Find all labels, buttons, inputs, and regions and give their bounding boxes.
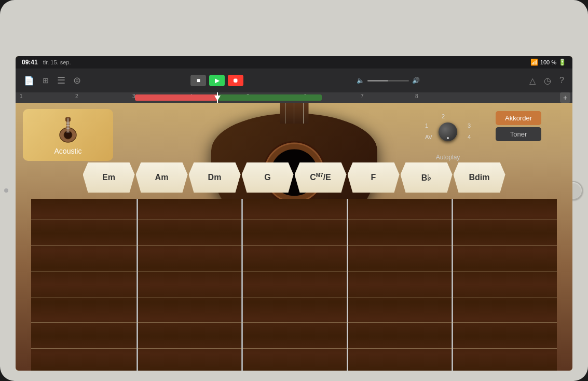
string-1 <box>31 220 557 220</box>
autoplay-pos2-label: 2 <box>442 113 445 119</box>
ruler-playhead-triangle <box>214 96 221 101</box>
layers-icon[interactable]: ⊞ <box>40 74 51 87</box>
fret-line-4 <box>452 199 453 371</box>
toolbar-right: △ ◷ ? <box>527 74 566 88</box>
ruler-num-2: 2 <box>75 93 78 99</box>
autoplay-knob-container: AV 1 2 3 4 <box>422 111 474 153</box>
ipad-frame: 09:41 tir. 15. sep. 📶 100 % 🔋 📄 ⊞ ☰ ⊜ <box>0 0 588 381</box>
string-6 <box>31 348 557 349</box>
chord-buttons-row: Em Am Dm G CM7/E F B♭ <box>16 162 572 193</box>
autoplay-control: AV 1 2 3 4 Autoplay <box>422 111 474 161</box>
master-fx-icon[interactable]: ◷ <box>542 74 553 88</box>
battery-display: 100 % <box>540 59 556 65</box>
chord-label-bb: B♭ <box>421 173 432 183</box>
volume-high-icon: 🔊 <box>412 77 420 84</box>
string-3 <box>31 271 557 271</box>
status-bar-right: 📶 100 % 🔋 <box>530 59 566 66</box>
chord-btn-cm7e[interactable]: CM7/E <box>295 162 347 193</box>
notes-mode-button[interactable]: Toner <box>496 127 541 141</box>
ruler-num-8: 8 <box>415 93 418 99</box>
chord-label-dm: Dm <box>208 173 222 182</box>
list-icon[interactable]: ☰ <box>55 73 67 88</box>
play-button[interactable]: ▶ <box>209 75 225 86</box>
chord-label-bdim: Bdim <box>469 173 490 182</box>
autoplay-pos1-label: 1 <box>425 123 428 129</box>
ruler-num-7: 7 <box>361 93 364 99</box>
string-5 <box>31 322 557 323</box>
record-button[interactable]: ⏺ <box>228 75 243 86</box>
settings-icon[interactable]: ⊜ <box>71 73 83 88</box>
ipad-screen: 09:41 tir. 15. sep. 📶 100 % 🔋 📄 ⊞ ☰ ⊜ <box>16 56 572 371</box>
add-track-button[interactable]: + <box>560 92 570 103</box>
ruler-num-1: 1 <box>20 93 23 99</box>
wifi-icon: 📶 <box>530 59 538 66</box>
chord-btn-bdim[interactable]: Bdim <box>454 162 505 193</box>
chord-label-em: Em <box>102 173 115 182</box>
autoplay-label: Autoplay <box>436 154 460 161</box>
metronome-icon[interactable]: △ <box>527 74 538 88</box>
chord-label-f: F <box>371 173 376 182</box>
time-display: 09:41 <box>22 59 38 66</box>
stop-button[interactable]: ■ <box>190 75 206 86</box>
toolbar-left: 📄 ⊞ ☰ ⊜ <box>22 73 83 88</box>
timeline-ruler: 1 2 3 4 5 6 7 8 <box>16 92 572 103</box>
volume-slider[interactable] <box>367 80 409 81</box>
string-4 <box>31 297 557 297</box>
chord-btn-am[interactable]: Am <box>136 162 188 193</box>
chord-btn-em[interactable]: Em <box>83 162 135 193</box>
mode-buttons: Akkorder Toner <box>496 111 541 141</box>
play-icon: ▶ <box>215 77 220 84</box>
date-display: tir. 15. sep. <box>43 59 71 65</box>
chord-label-g: G <box>264 173 270 182</box>
autoplay-pos4-label: 4 <box>468 134 471 140</box>
string-2 <box>31 245 557 246</box>
stop-icon: ■ <box>197 77 200 84</box>
fretboard[interactable] <box>31 199 557 371</box>
volume-low-icon: 🔈 <box>357 77 364 84</box>
autoplay-off-label: AV <box>425 134 432 140</box>
toolbar: 📄 ⊞ ☰ ⊜ ■ ▶ ⏺ 🔈 <box>16 69 572 92</box>
record-icon: ⏺ <box>233 77 239 84</box>
guitar-area: Acoustic <box>16 103 572 371</box>
instrument-thumbnail[interactable]: Acoustic <box>23 109 113 161</box>
chord-btn-bb[interactable]: B♭ <box>401 162 453 193</box>
toolbar-center: ■ ▶ ⏺ <box>190 75 243 86</box>
chord-btn-f[interactable]: F <box>348 162 400 193</box>
chord-label-am: Am <box>155 173 169 182</box>
ruler-region-loop <box>218 94 322 101</box>
side-button <box>4 188 8 193</box>
ruler-region-recording <box>135 94 218 101</box>
knob-indicator <box>447 137 449 139</box>
status-bar: 09:41 tir. 15. sep. 📶 100 % 🔋 <box>16 56 572 69</box>
fret-line-3 <box>347 199 348 371</box>
chord-btn-g[interactable]: G <box>242 162 294 193</box>
instrument-name: Acoustic <box>54 147 82 155</box>
chord-btn-dm[interactable]: Dm <box>189 162 241 193</box>
fret-line-1 <box>136 199 138 371</box>
status-bar-left: 09:41 tir. 15. sep. <box>22 59 71 66</box>
fret-line-2 <box>241 199 243 371</box>
autoplay-knob[interactable] <box>439 123 457 141</box>
chords-mode-button[interactable]: Akkorder <box>496 111 541 125</box>
help-icon[interactable]: ? <box>557 74 566 87</box>
document-icon[interactable]: 📄 <box>22 74 36 88</box>
battery-icon: 🔋 <box>558 59 566 66</box>
chord-label-cm7e: CM7/E <box>310 172 331 182</box>
autoplay-pos3-label: 3 <box>468 123 471 129</box>
guitar-icon <box>52 115 84 144</box>
